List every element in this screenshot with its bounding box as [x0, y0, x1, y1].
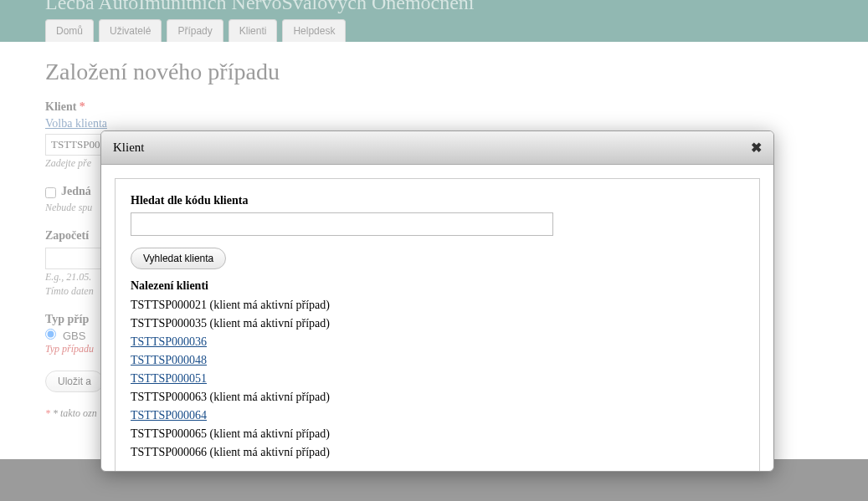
client-row: TSTTSP000064: [131, 406, 744, 425]
client-row: TSTTSP000063 (klient má aktivní případ): [131, 388, 744, 406]
client-row: TSTTSP000036: [131, 333, 744, 351]
dialog-body[interactable]: Hledat dle kódu klienta Vyhledat klienta…: [101, 165, 773, 471]
results-list: TSTTSP000021 (klient má aktivní případ)T…: [131, 296, 744, 462]
results-label: Nalezení klienti: [131, 279, 744, 293]
client-link[interactable]: TSTTSP000064: [131, 409, 207, 422]
client-dialog: Klient ✖ Hledat dle kódu klienta Vyhleda…: [100, 130, 774, 472]
client-row: TSTTSP000048: [131, 351, 744, 370]
dialog-inner: Hledat dle kódu klienta Vyhledat klienta…: [115, 178, 760, 471]
client-row: TSTTSP000021 (klient má aktivní případ): [131, 296, 744, 314]
search-label: Hledat dle kódu klienta: [131, 194, 744, 207]
client-link[interactable]: TSTTSP000048: [131, 354, 207, 366]
client-row: TSTTSP000051: [131, 370, 744, 388]
client-row: TSTTSP000035 (klient má aktivní případ): [131, 314, 744, 333]
dialog-titlebar: Klient ✖: [101, 131, 773, 165]
client-row: TSTTSP000066 (klient má aktivní případ): [131, 443, 744, 462]
search-button[interactable]: Vyhledat klienta: [131, 248, 226, 269]
client-link[interactable]: TSTTSP000051: [131, 372, 207, 385]
search-input[interactable]: [131, 212, 553, 236]
client-row: TSTTSP000065 (klient má aktivní případ): [131, 425, 744, 443]
client-link[interactable]: TSTTSP000036: [131, 335, 207, 348]
dialog-title: Klient: [113, 141, 145, 155]
close-icon[interactable]: ✖: [751, 140, 762, 156]
